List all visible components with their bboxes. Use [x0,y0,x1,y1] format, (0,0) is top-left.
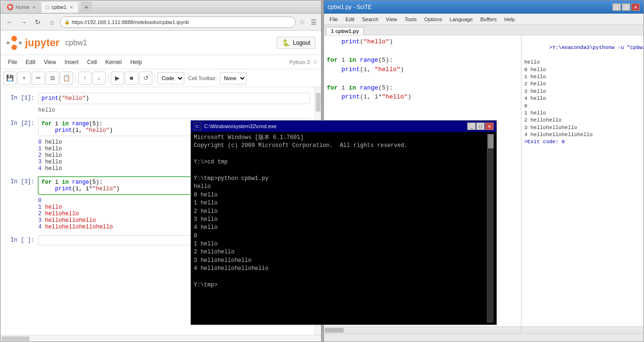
browser-tab-cpbw1[interactable]: ◻ cpbw1 ✕ [41,1,79,13]
cmd-titlebar: C: C:\Windows\system32\cmd.exe _ □ ✕ [191,121,496,132]
menu-help[interactable]: Help [126,57,146,67]
cmd-title-text: C:\Windows\system32\cmd.exe [204,123,276,129]
cmd-text: Microsoft Windows [版本 6.1.7601] Copyrigh… [194,134,487,323]
add-cell-button[interactable]: + [17,72,31,85]
cell-input-1[interactable]: print("hello") [38,93,310,104]
scite-menu-search[interactable]: Search [358,15,382,24]
kernel-status-icon: ○ [314,58,317,65]
restart-button[interactable]: ↺ [139,72,152,85]
cmd-line-14: 1 hello [194,240,487,248]
code-print-1: print("hello") [41,95,89,102]
interrupt-button[interactable]: ■ [125,72,138,85]
cmd-line-4: Y:\>cd tmp [194,158,487,166]
scite-minimize[interactable]: _ [612,3,621,11]
cmd-window: C: C:\Windows\system32\cmd.exe _ □ ✕ Mic… [190,120,497,325]
cmd-scrollbar[interactable] [487,134,494,323]
menu-insert[interactable]: Insert [61,57,83,67]
cpbw1-tab-close[interactable]: ✕ [69,5,73,10]
scite-close[interactable]: ✕ [631,3,640,11]
jupyter-logo-icon: ju [6,35,22,51]
scite-title: cpbw1.py - SciTE [328,4,372,10]
cmd-minimize[interactable]: _ [467,122,476,130]
scite-out-3: 3 hello [524,88,641,95]
svg-point-3 [19,41,22,44]
scite-out-1: 1 hello [524,73,641,81]
horizontal-scrollbar[interactable] [0,335,321,342]
new-tab-button[interactable]: + [81,1,92,13]
cmd-line-18 [194,273,487,281]
scite-tabs: 1 cpbw1.py [324,25,644,35]
scite-menu-tools[interactable]: Tools [401,15,421,24]
scite-out-0: 0 hello [524,66,641,73]
cell-toolbar-select[interactable]: None [220,72,247,84]
logout-button[interactable]: 🐍 Logout [277,37,315,49]
cell-type-select[interactable]: Code [157,72,184,84]
menu-kernel[interactable]: Kernel [102,57,126,67]
menu-view[interactable]: View [40,57,60,67]
cmd-maximize[interactable]: □ [476,122,485,130]
menu-edit[interactable]: Edit [22,57,39,67]
scite-menu-buffers[interactable]: Buffers [477,15,501,24]
copy-button[interactable]: ⧉ [46,72,59,85]
scite-menu-options[interactable]: Options [421,15,446,24]
save-button[interactable]: 💾 [3,72,17,85]
scite-tab-label: 1 cpbw1.py [331,28,359,34]
cmd-line-12: 4 hello [194,224,487,232]
security-icon: 🔒 [64,19,70,24]
menu-file[interactable]: File [4,57,21,67]
scite-output-hscroll[interactable] [521,326,644,333]
notebook-title: cpbw1 [65,39,87,47]
cmd-scrollbar-thumb [488,134,494,148]
scite-line-3: for i in range(5): [327,56,518,65]
scite-menu-language[interactable]: Language [446,15,477,24]
scite-out-hello: hello [524,59,641,66]
scite-statusbar [324,333,644,342]
scite-editor-hscroll[interactable] [324,326,521,333]
cpbw1-tab-label: cpbw1 [51,4,66,10]
scite-output-command: >Y:\Anaconda3\pythonw -u "cpbw1.py" [549,45,644,50]
scite-h-scrollbar-area [324,326,644,333]
scite-menu-view[interactable]: View [382,15,401,24]
address-bar[interactable]: 🔒 https://192.168.1.111:8888/notebooks/c… [60,16,296,28]
scite-tab-cpbw1[interactable]: 1 cpbw1.py [326,27,364,35]
home-tab-close[interactable]: ✕ [32,5,36,10]
scite-line-2 [327,47,518,56]
scite-out-zero: 0 [524,103,641,110]
move-up-button[interactable]: ↑ [78,72,91,85]
cell-prompt-2: In [2]: [0,118,38,127]
menu-cell[interactable]: Cell [83,57,101,67]
scite-window-controls: _ □ ✕ [612,3,640,11]
bookmark-button[interactable]: ☆ [297,17,307,27]
scite-line-5 [327,74,518,83]
cut-button[interactable]: ✂ [32,72,45,85]
scite-out-cmd: >Y:\Anaconda3\pythonw -u "cpbw1.py" [524,37,641,59]
move-down-button[interactable]: ↓ [92,72,106,85]
scite-menu-edit[interactable]: Edit [342,15,358,24]
reload-button[interactable]: ↻ [32,16,44,28]
run-button[interactable]: ▶ [111,72,124,85]
cmd-line-13: 0 [194,232,487,240]
browser-menu-button[interactable]: ☰ [309,17,318,27]
h-scroll-thumb [1,336,30,341]
home-button[interactable]: ⌂ [46,16,58,28]
cpbw1-tab-favicon: ◻ [45,4,50,10]
scite-output: >Y:\Anaconda3\pythonw -u "cpbw1.py" hell… [521,35,644,326]
cmd-line-17: 4 hellohellohellohello [194,265,487,273]
scite-line-6: for i in range(5): [327,83,518,93]
jupyter-header: ju jupyter cpbw1 🐍 Logout [0,31,321,55]
scite-menu-help[interactable]: Help [500,15,519,24]
scite-menu-file[interactable]: File [326,15,342,24]
address-text: https://192.168.1.111:8888/notebooks/cpb… [72,19,189,25]
browser-tab-home[interactable]: ⭕ Home ✕ [2,1,40,13]
scite-maximize[interactable]: □ [622,3,630,11]
cmd-line-7: hello [194,183,487,191]
paste-button[interactable]: 📋 [60,72,73,85]
forward-button[interactable]: → [17,16,30,28]
home-tab-favicon: ⭕ [7,4,14,10]
cmd-content[interactable]: Microsoft Windows [版本 6.1.7601] Copyrigh… [191,132,496,325]
scite-line-7: print(i, i*"hello") [327,92,518,102]
back-button[interactable]: ← [3,16,16,28]
cmd-line-3 [194,150,487,158]
python-version: Python 3 [289,59,310,65]
cmd-close[interactable]: ✕ [485,122,494,130]
